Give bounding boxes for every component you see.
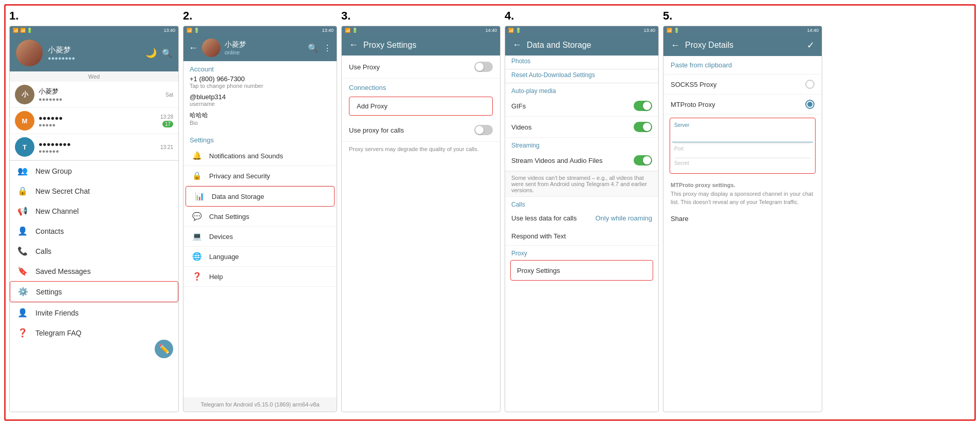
chat-preview-1[interactable]: 小 小菱梦 ●●●●●●● Sat (10, 82, 178, 108)
toggle-knob-2 (475, 126, 484, 134)
p2-help-item[interactable]: ❓ Help (183, 267, 337, 287)
add-proxy-button[interactable]: Add Proxy (349, 97, 493, 116)
p4-gifs-label: GIFs (511, 102, 526, 110)
p4-gifs-row[interactable]: GIFs (505, 96, 658, 117)
p4-photos-link[interactable]: Photos (505, 56, 658, 69)
status-bar-2: 📶 🔋 13:40 (183, 26, 337, 34)
check-icon[interactable]: ✓ (807, 40, 815, 51)
server-input[interactable] (672, 128, 813, 142)
status-icons-3: 📶 🔋 (345, 28, 358, 33)
p2-chat-item[interactable]: 💬 Chat Settings (183, 207, 337, 227)
calls-icon: 📞 (17, 246, 28, 256)
p2-language-label: Language (209, 253, 239, 261)
search-icon-2[interactable]: 🔍 (308, 43, 318, 53)
p2-hstatus: online (225, 49, 304, 56)
paste-from-clipboard-link[interactable]: Paste from clipboard (663, 56, 822, 75)
p3-connections-title: Connections (342, 79, 500, 94)
step5-label: 5. (663, 9, 822, 23)
chat-time-3: 13:21 (160, 144, 173, 150)
p1-header: 小菱梦 ●●●●●●●● 🌙 🔍 (10, 34, 178, 71)
status-time-4: 13:40 (643, 28, 655, 33)
gifs-toggle-knob (643, 102, 651, 110)
p2-settings-title: Settings (183, 132, 337, 146)
p4-stream-label: Stream Videos and Audio Files (511, 157, 603, 164)
server-port-secret-box: Server Port Secret (670, 118, 816, 174)
server-label-row: Server (672, 119, 813, 143)
p3-use-proxy-row[interactable]: Use Proxy (342, 56, 500, 79)
chat-info-1: 小菱梦 ●●●●●●● (39, 87, 165, 102)
fab-button[interactable]: ✏️ (155, 340, 173, 358)
p2-data-storage-item[interactable]: 📊 Data and Storage (186, 186, 335, 207)
step3-section: 3. 📶 🔋 14:40 ← Proxy Settings Use Proxy … (341, 9, 501, 412)
chat-preview-3[interactable]: T ●●●●●●●● ●●●●●● 13:21 (10, 134, 178, 160)
menu-invite[interactable]: 👤 Invite Friends (10, 303, 178, 323)
stream-toggle[interactable] (634, 155, 652, 165)
p5-socks5-row[interactable]: SOCKS5 Proxy (663, 75, 822, 95)
p3-proxy-calls-label: Use proxy for calls (349, 126, 404, 134)
back-icon-4[interactable]: ← (512, 40, 522, 50)
status-icons-1: 📶 📶 🔋 (13, 28, 32, 33)
videos-toggle[interactable] (634, 122, 652, 132)
p3-proxy-calls-row[interactable]: Use proxy for calls (342, 119, 500, 142)
p4-videos-label: Videos (511, 123, 532, 131)
p4-calls-title: Calls (505, 197, 658, 209)
menu-contacts[interactable]: 👤 Contacts (10, 221, 178, 241)
p2-language-item[interactable]: 🌐 Language (183, 247, 337, 267)
step3-label: 3. (341, 9, 501, 23)
menu-new-group[interactable]: 👥 New Group (10, 161, 178, 181)
chat-avatar-1: 小 (15, 85, 34, 104)
storage-icon: 📊 (193, 192, 206, 201)
search-icon-1[interactable]: 🔍 (162, 48, 172, 58)
p1-user-info: 小菱梦 ●●●●●●●● (48, 45, 145, 61)
p4-stream-row[interactable]: Stream Videos and Audio Files (505, 150, 658, 171)
socks5-radio[interactable] (805, 80, 815, 89)
p2-hname: 小菱梦 (225, 40, 304, 49)
back-icon-3[interactable]: ← (349, 40, 358, 50)
menu-saved[interactable]: 🔖 Saved Messages (10, 261, 178, 281)
stream-toggle-knob (643, 156, 651, 164)
p2-devices-item[interactable]: 💻 Devices (183, 227, 337, 247)
menu-secret-chat[interactable]: 🔒 New Secret Chat (10, 181, 178, 201)
lock-icon: 🔒 (17, 186, 28, 196)
back-icon-5[interactable]: ← (671, 40, 680, 51)
avatar (16, 40, 43, 66)
faq-icon: ❓ (17, 328, 28, 338)
language-icon: 🌐 (191, 252, 203, 261)
p4-reset-link[interactable]: Reset Auto-Download Settings (505, 69, 658, 83)
p2-notif-item[interactable]: 🔔 Notifications and Sounds (183, 146, 337, 166)
gifs-toggle[interactable] (634, 101, 652, 111)
p4-less-data-row: Use less data for calls Only while roami… (505, 209, 658, 227)
proxy-calls-toggle[interactable] (474, 125, 493, 135)
p5-info-title: MTProto proxy settings. This proxy may d… (663, 177, 822, 211)
p2-username-field: @bluetp314 username (190, 93, 330, 107)
chat-time-1: Sat (165, 92, 173, 98)
use-proxy-toggle[interactable] (474, 62, 493, 72)
status-bar-1: 📶 📶 🔋 13:40 (10, 26, 178, 34)
p5-mtproto-label: MTProto Proxy (671, 101, 715, 108)
chat-msg-3: ●●●●●● (39, 148, 160, 154)
more-icon-2[interactable]: ⋮ (323, 43, 331, 53)
menu-label-calls: Calls (35, 247, 51, 255)
p4-title: Data and Storage (527, 41, 591, 50)
p5-socks5-label: SOCKS5 Proxy (671, 81, 717, 88)
menu-calls[interactable]: 📞 Calls (10, 241, 178, 261)
p4-less-data-label: Use less data for calls (511, 214, 577, 222)
step2-label: 2. (183, 9, 337, 23)
p1-username: 小菱梦 (48, 45, 145, 55)
chat-meta-1: Sat (165, 92, 173, 98)
p4-videos-row[interactable]: Videos (505, 117, 658, 138)
proxy-settings-button[interactable]: Proxy Settings (510, 260, 653, 281)
share-button[interactable]: Share (663, 211, 822, 227)
back-icon-2[interactable]: ← (189, 43, 198, 53)
menu-settings[interactable]: ⚙️ Settings (10, 281, 178, 302)
step1-section: 1. 📶 📶 🔋 13:40 小菱梦 ●●●●●●●● 🌙 🔍 (9, 9, 179, 412)
chat-name-3: ●●●●●●●● (39, 140, 160, 148)
menu-faq[interactable]: ❓ Telegram FAQ (10, 323, 178, 343)
menu-channel[interactable]: 📢 New Channel (10, 201, 178, 221)
p5-mtproto-row[interactable]: MTProto Proxy (663, 95, 822, 115)
p2-privacy-item[interactable]: 🔒 Privacy and Security (183, 166, 337, 186)
chat-preview-2[interactable]: M ●●●●●● ●●●●● 13:28 17 (10, 108, 178, 134)
panel2: 📶 🔋 13:40 ← 小菱梦 online 🔍 ⋮ Account (183, 26, 337, 412)
mtproto-radio[interactable] (805, 100, 815, 109)
secret-field-label: Secret (672, 158, 813, 166)
